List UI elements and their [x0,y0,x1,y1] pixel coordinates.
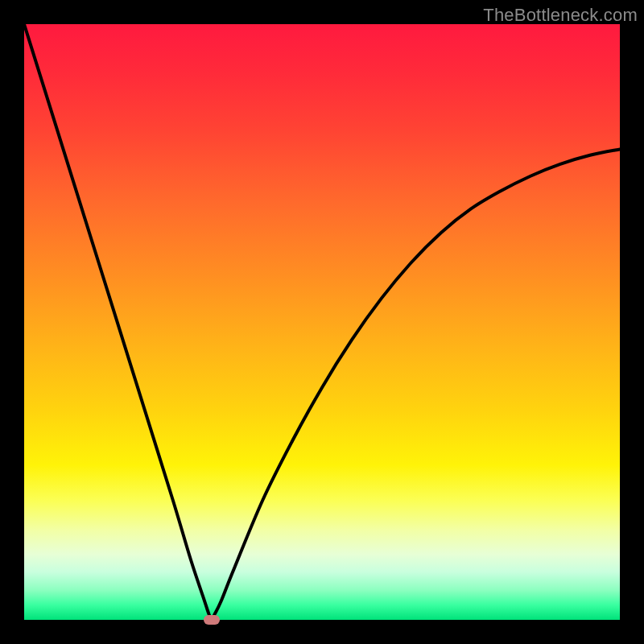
bottleneck-curve [24,24,620,620]
plot-area [24,24,620,620]
min-marker [204,615,220,625]
watermark-label: TheBottleneck.com [483,5,638,26]
chart-frame: TheBottleneck.com [0,0,644,644]
